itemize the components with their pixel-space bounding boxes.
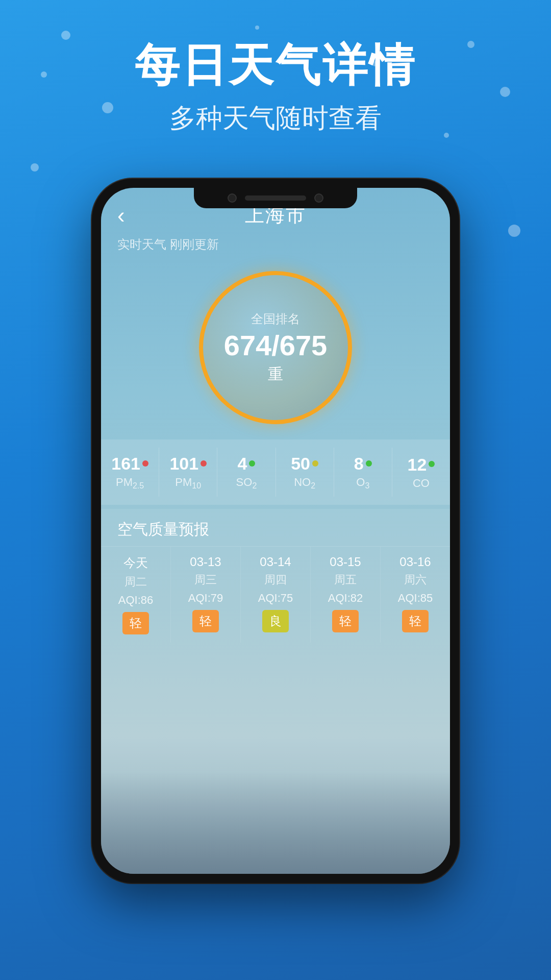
- forecast-badge: 轻: [402, 610, 429, 632]
- aqi-level: 重: [224, 364, 327, 385]
- metric-dot: [249, 460, 255, 467]
- header-section: 每日天气详情 多种天气随时查看: [0, 0, 551, 136]
- forecast-day: 周四: [264, 572, 287, 587]
- status-text: 实时天气 刚刚更新: [101, 234, 450, 261]
- forecast-col: 03-14周四AQI:75良: [241, 547, 311, 643]
- metric-value: 50: [291, 454, 310, 474]
- background: 每日天气详情 多种天气随时查看 ‹ 上海市 实时天气 刚刚更新: [0, 0, 551, 980]
- main-title: 每日天气详情: [0, 41, 551, 90]
- forecast-date: 03-14: [260, 555, 291, 569]
- metric-dot: [142, 460, 148, 467]
- metrics-section: 161PM2.5101PM104SO250NO28O312CO: [101, 439, 450, 505]
- metric-name: CO: [413, 477, 430, 490]
- phone-mockup: ‹ 上海市 实时天气 刚刚更新 全国排名 674/675 重: [92, 179, 459, 883]
- forecast-badge: 良: [262, 610, 289, 632]
- metric-item: 4SO2: [217, 448, 276, 497]
- sub-title: 多种天气随时查看: [0, 101, 551, 136]
- aqi-circle: 全国排名 674/675 重: [199, 271, 352, 424]
- forecast-date: 03-13: [190, 555, 221, 569]
- metric-dot: [201, 460, 207, 467]
- app-screen: ‹ 上海市 实时天气 刚刚更新 全国排名 674/675 重: [101, 188, 450, 874]
- deco-dot: [508, 225, 520, 237]
- metric-dot: [366, 460, 372, 467]
- forecast-day: 周三: [194, 572, 217, 587]
- deco-dot: [31, 163, 39, 172]
- forecast-day: 周五: [334, 572, 357, 587]
- back-button[interactable]: ‹: [117, 203, 125, 228]
- forecast-row: 今天周二AQI:86轻03-13周三AQI:79轻03-14周四AQI:75良0…: [101, 547, 450, 643]
- speaker-bar: [245, 195, 306, 201]
- metric-item: 50NO2: [276, 448, 334, 497]
- metric-name: PM2.5: [116, 476, 144, 491]
- metric-dot: [312, 460, 318, 467]
- metric-name: PM10: [175, 476, 201, 491]
- forecast-day: 周六: [404, 572, 427, 587]
- forecast-badge: 轻: [192, 610, 219, 632]
- metric-name: O3: [356, 476, 369, 491]
- aqi-rank-label: 全国排名: [224, 311, 327, 327]
- aqi-rank-value: 674/675: [224, 331, 327, 360]
- phone-top-bar: [194, 188, 357, 208]
- forecast-col: 03-13周三AQI:79轻: [171, 547, 241, 643]
- forecast-aqi-value: AQI:86: [118, 594, 153, 607]
- forecast-badge: 轻: [332, 610, 359, 632]
- metric-item: 12CO: [392, 448, 450, 497]
- forecast-header: 空气质量预报: [101, 509, 450, 547]
- forecast-date: 03-16: [399, 555, 431, 569]
- forecast-section: 空气质量预报 今天周二AQI:86轻03-13周三AQI:79轻03-14周四A…: [101, 509, 450, 874]
- metric-name: SO2: [236, 476, 257, 491]
- metric-item: 101PM10: [159, 448, 217, 497]
- phone-outer: ‹ 上海市 实时天气 刚刚更新 全国排名 674/675 重: [92, 179, 459, 883]
- metric-dot: [429, 461, 435, 467]
- metric-value: 8: [354, 454, 364, 474]
- aqi-inner: 全国排名 674/675 重: [224, 311, 327, 385]
- forecast-col: 今天周二AQI:86轻: [101, 547, 171, 643]
- earpiece-dot: [314, 193, 323, 203]
- metric-name: NO2: [294, 476, 315, 491]
- aqi-section: 全国排名 674/675 重: [101, 261, 450, 439]
- metric-value: 12: [408, 455, 427, 475]
- metric-value: 101: [169, 454, 198, 474]
- forecast-aqi-value: AQI:85: [398, 592, 433, 605]
- forecast-day: 周二: [124, 574, 147, 590]
- phone-screen: ‹ 上海市 实时天气 刚刚更新 全国排名 674/675 重: [101, 188, 450, 874]
- forecast-aqi-value: AQI:82: [328, 592, 363, 605]
- camera-dot: [228, 193, 237, 203]
- forecast-date: 03-15: [330, 555, 361, 569]
- forecast-aqi-value: AQI:75: [258, 592, 293, 605]
- forecast-col: 03-15周五AQI:82轻: [311, 547, 381, 643]
- metric-item: 8O3: [334, 448, 392, 497]
- forecast-date: 今天: [123, 555, 148, 571]
- metric-item: 161PM2.5: [101, 448, 159, 497]
- forecast-col: 03-16周六AQI:85轻: [381, 547, 450, 643]
- metric-value: 4: [237, 454, 247, 474]
- forecast-badge: 轻: [122, 612, 149, 634]
- forecast-aqi-value: AQI:79: [188, 592, 223, 605]
- metric-value: 161: [111, 454, 140, 474]
